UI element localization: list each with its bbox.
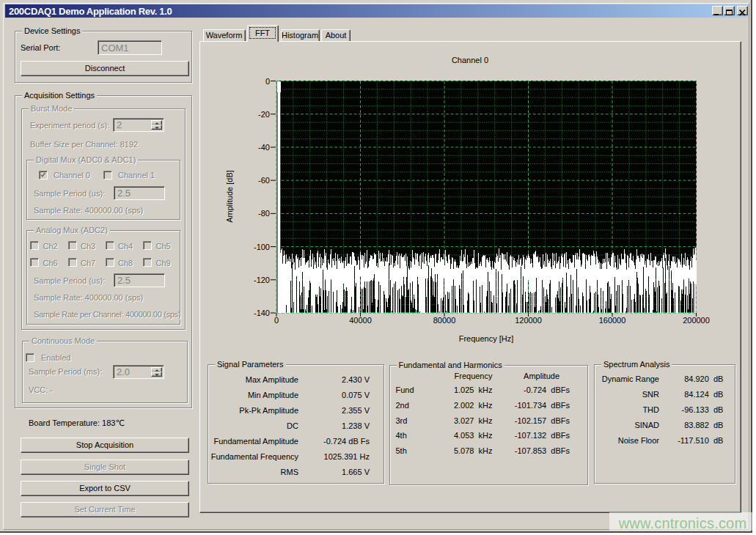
svg-text:Frequency [Hz]: Frequency [Hz] [459, 334, 514, 343]
svg-text:-120: -120 [254, 276, 270, 284]
svg-text:40000: 40000 [349, 316, 372, 325]
svg-text:160000: 160000 [599, 316, 626, 325]
svg-text:0: 0 [265, 77, 270, 86]
svg-text:Amplitude [dB]: Amplitude [dB] [225, 170, 234, 223]
svg-text:0: 0 [274, 316, 279, 325]
svg-text:-20: -20 [258, 110, 270, 119]
svg-text:80000: 80000 [433, 316, 456, 325]
svg-text:Channel 0: Channel 0 [452, 56, 488, 64]
svg-text:120000: 120000 [515, 316, 542, 325]
svg-text:-60: -60 [258, 176, 270, 185]
svg-text:-140: -140 [254, 309, 270, 317]
svg-text:-40: -40 [258, 143, 270, 152]
svg-text:-80: -80 [258, 209, 270, 218]
svg-text:-100: -100 [254, 243, 270, 251]
svg-text:200000: 200000 [683, 316, 710, 325]
